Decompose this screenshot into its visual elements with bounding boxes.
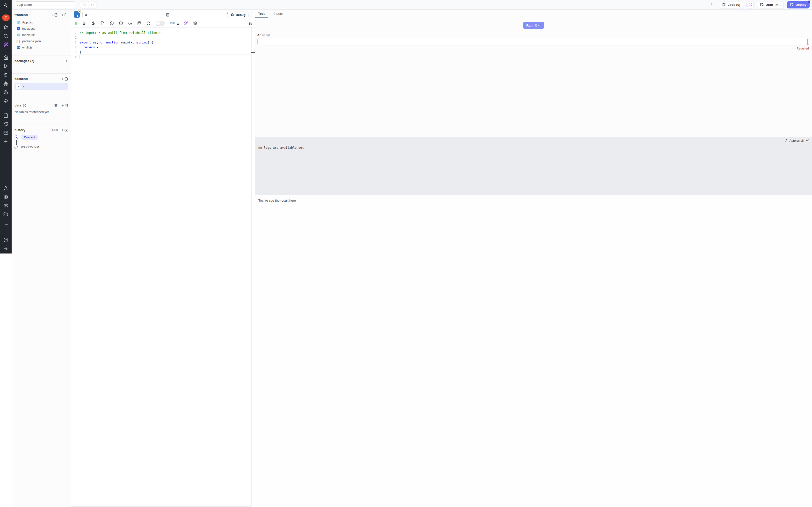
ai-wand-icon[interactable] [3,42,8,47]
react-icon [16,33,20,37]
test-panel: Test Inputs Run ⌘ x * string Required Au… [255,10,406,253]
debug-button[interactable]: Debug [227,12,248,18]
runs-play-icon[interactable] [3,64,8,68]
packages-expand-button[interactable] [64,59,68,63]
code-line[interactable]: 2 [71,35,255,40]
resources-boxes-icon[interactable] [3,81,8,86]
undo-redo-group [80,1,96,8]
workspace-badge[interactable] [2,14,10,21]
windmill-logo[interactable] [0,0,12,11]
react-icon [16,20,20,24]
x-argument-input[interactable] [257,38,406,45]
line-number: 4 [71,45,80,50]
editor-overview-ruler[interactable] [251,27,255,253]
current-version-dot [14,135,18,139]
code-token: } [80,50,82,54]
chevron-right-icon [64,59,68,63]
user-icon[interactable] [3,186,8,191]
bun-badge-icon [78,10,81,13]
add-folder-button[interactable] [61,13,68,17]
redo-button[interactable] [88,1,96,8]
typescript-bun-icon[interactable]: TS [74,11,80,18]
file-item[interactable]: App.tsx [14,19,68,25]
topbar: Jobs (0) Draft ⌘S Deploy [12,0,406,10]
toolbar-toggle[interactable] [156,21,165,26]
app-name-input[interactable] [15,1,75,8]
history-section: history 1/50 Current 03:23:22 PM [12,125,71,149]
file-item[interactable]: { } package.json [14,38,68,44]
code-line[interactable]: 1 // import * as wmill from "windmill-cl… [71,31,255,35]
rail-divider [0,51,12,51]
history-timeline: Current 03:23:22 PM [14,135,68,149]
editor-settings-gear-icon[interactable] [193,21,197,25]
data-info-icon[interactable] [23,104,27,107]
code-line-current[interactable]: 6 [71,55,255,59]
data-settings-button[interactable] [54,104,58,107]
variables-dollar-icon[interactable] [3,72,8,77]
favorites-star-icon[interactable] [3,25,8,30]
learn-cap-icon[interactable] [3,99,8,103]
audit-list-icon[interactable] [3,221,8,225]
required-asterisk: * [260,33,261,37]
timeline-connector [16,140,17,145]
packages-title: packages (7) [14,59,34,63]
editor-panel: TS Format Diff ± 1 // import * as wmill … [71,10,255,253]
ruler-cursor-mark [251,52,255,53]
code-token: ) { [148,41,153,44]
triggers-pyramid-icon[interactable] [3,90,8,95]
library-icon[interactable] [248,21,255,25]
result-empty-text: Test to see the result here [258,199,406,202]
code-line[interactable]: 5 } [71,50,255,55]
search-icon[interactable] [3,34,8,38]
settings-gear-icon[interactable] [3,194,8,200]
code-line[interactable]: 3 export async function main(x: string) … [71,40,255,45]
ai-wand-icon[interactable] [184,21,188,25]
file-item[interactable]: TS wmill.ts [14,44,68,50]
add-snapshot-button[interactable] [61,128,68,132]
flows-route-icon[interactable] [3,122,8,126]
package-icon[interactable] [110,21,114,25]
history-title: history [14,128,26,132]
add-database-button[interactable] [61,104,68,107]
frontend-section: frontend App.tsx index.css index.tsx { }… [12,10,71,50]
variable-dollar-icon[interactable] [82,21,86,25]
mail-icon[interactable] [3,130,8,135]
database-icon[interactable] [137,21,141,25]
package-icon-2[interactable] [119,21,123,25]
script-file-icon[interactable] [101,21,105,25]
collapse-arrow-icon[interactable] [3,246,8,251]
typescript-icon: TS [16,45,20,49]
logs-empty-text: No logs are available yet [258,146,406,150]
file-item[interactable]: index.tsx [14,32,68,38]
resource-dollar-icon[interactable] [91,21,95,25]
current-version-chip[interactable]: Current [21,135,38,140]
data-empty-text: No tables referenced yet [14,110,68,114]
line-number: 3 [71,40,80,45]
folders-icon[interactable] [3,212,8,217]
code-line[interactable]: 4 return x [71,45,255,50]
add-file-button[interactable] [51,13,58,17]
undo-button[interactable] [80,1,88,8]
diff-plusminus-icon[interactable]: ± [177,21,179,25]
add-runnable-button[interactable] [61,77,68,80]
delete-script-button[interactable] [165,12,170,17]
file-item[interactable]: index.css [14,25,68,32]
add-plus-icon[interactable] [3,139,8,144]
tab-test[interactable]: Test [255,10,268,18]
cache-icon[interactable] [128,21,132,25]
reload-icon[interactable] [146,21,151,25]
code-editor[interactable]: 1 // import * as wmill from "windmill-cl… [71,27,255,253]
left-rail [0,0,12,253]
backend-item-selected[interactable]: a a [14,83,68,90]
backend-title: backend [14,77,28,80]
line-number: 1 [71,31,80,35]
test-panel-tabs: Test Inputs [255,10,406,18]
schedules-calendar-icon[interactable] [3,113,8,118]
help-icon[interactable] [3,237,8,242]
version-dot[interactable] [14,146,18,149]
home-icon[interactable] [3,55,8,60]
tab-inputs[interactable]: Inputs [271,10,286,18]
database-icon [64,104,68,107]
script-name-input[interactable] [83,11,162,18]
workers-server-icon[interactable] [3,203,8,208]
